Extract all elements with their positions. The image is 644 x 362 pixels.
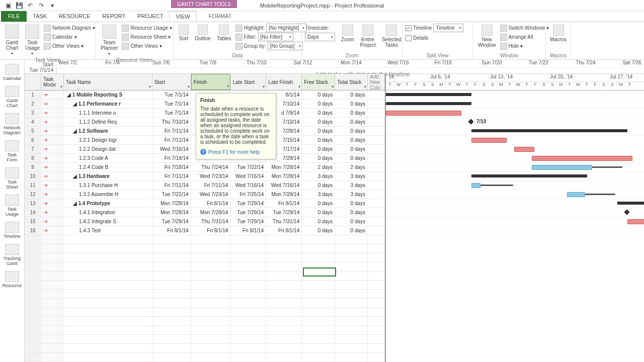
filter-combo[interactable]: [No Filter] — [258, 33, 293, 41]
table-row[interactable]: 10➜◢ 1.3 HardwareFri 7/11/14Wed 7/23/14W… — [25, 172, 385, 181]
gantt-bar[interactable] — [532, 165, 592, 170]
gantt-row[interactable] — [386, 217, 644, 226]
tab-report[interactable]: REPORT — [97, 11, 132, 22]
gantt-milestone[interactable] — [624, 209, 629, 215]
new-window-button[interactable]: New Window — [476, 24, 498, 49]
table-row-empty[interactable] — [25, 244, 385, 253]
sort-button[interactable]: Sort — [177, 24, 191, 42]
gantt-row[interactable] — [386, 163, 644, 172]
gantt-milestone[interactable] — [468, 119, 473, 124]
col-late-start[interactable]: Late Start▾ — [230, 74, 266, 90]
macros-button[interactable]: Macros — [549, 24, 568, 43]
table-row-empty[interactable] — [25, 253, 385, 262]
redo-icon[interactable]: ↷ — [36, 1, 46, 10]
task-usage-button[interactable]: Task Usage▾ — [23, 24, 42, 57]
gantt-chart-button[interactable]: Gantt Chart▾ — [3, 24, 21, 57]
viewbar-item[interactable]: TaskSheet — [0, 165, 24, 192]
viewbar-item[interactable]: TaskUsage — [0, 193, 24, 219]
team-planner-button[interactable]: Team Planner▾ — [99, 24, 120, 57]
table-row-empty[interactable] — [25, 344, 385, 353]
hide-menu[interactable]: Hide ▾ — [500, 42, 549, 50]
col-add-new[interactable]: Add New Colu — [368, 74, 385, 90]
viewbar-item[interactable]: TrackingGantt — [0, 242, 24, 268]
tab-project[interactable]: PROJECT — [131, 11, 169, 22]
selected-tasks-button[interactable]: Selected Tasks — [380, 24, 404, 49]
zoom-button[interactable]: Zoom — [339, 24, 356, 43]
gantt-bar[interactable] — [480, 185, 513, 186]
gantt-row[interactable] — [386, 181, 644, 190]
highlight-combo[interactable]: [No Highlight] — [266, 24, 306, 32]
col-total-slack[interactable]: Total Slack▾ — [335, 74, 368, 90]
resource-sheet-menu[interactable]: Resource Sheet ▾ — [122, 33, 172, 41]
gantt-row[interactable] — [386, 199, 644, 208]
col-free-slack[interactable]: Free Slack▾ — [302, 74, 335, 90]
timeline-type-combo[interactable]: Timeline — [433, 24, 463, 32]
timeline-panel[interactable]: Start Tue 7/1/14 Wed 7/2Fri 7/4Sun 7/6Tu… — [25, 60, 644, 74]
gantt-bar[interactable] — [592, 166, 622, 168]
timeline-check-row[interactable]: ✓TimelineTimeline — [406, 24, 469, 32]
timescale-combo[interactable]: Days — [305, 33, 335, 41]
gantt-row[interactable] — [386, 226, 644, 235]
gantt-row[interactable] — [386, 127, 644, 136]
col-task-mode[interactable]: Task Mode▾ — [41, 74, 64, 90]
gantt-bar[interactable] — [471, 183, 480, 188]
calendar-menu[interactable]: Calendar ▾ — [44, 33, 95, 41]
col-late-finish[interactable]: Late Finish▾ — [266, 74, 302, 90]
table-row[interactable]: 11➜1.3.1 Purchase HFri 7/11/14Fri 7/11/1… — [25, 181, 385, 190]
table-row[interactable]: 15➜1.4.2 Integrate STue 7/29/14Thu 7/31/… — [25, 217, 385, 226]
table-row-empty[interactable] — [25, 281, 385, 290]
gantt-bar[interactable] — [617, 202, 644, 205]
gantt-bar[interactable] — [471, 129, 627, 132]
other-views-menu[interactable]: Other Views ▾ — [44, 42, 95, 50]
viewbar-item[interactable]: Resource — [0, 269, 24, 290]
table-row-empty[interactable] — [25, 317, 385, 326]
gantt-row[interactable] — [386, 190, 644, 199]
table-row-empty[interactable] — [25, 353, 385, 362]
table-row-empty[interactable] — [25, 326, 385, 335]
tab-task[interactable]: TASK — [27, 11, 53, 22]
table-row-empty[interactable] — [25, 299, 385, 308]
row-header-corner[interactable] — [25, 74, 41, 90]
table-row-empty[interactable] — [25, 235, 385, 244]
tab-resource[interactable]: RESOURCE — [53, 11, 96, 22]
table-row[interactable]: 13➜◢ 1.4 PrototypeMon 7/28/14Fri 8/1/14T… — [25, 199, 385, 208]
resource-usage-menu[interactable]: Resource Usage ▾ — [122, 24, 172, 32]
viewbar-item[interactable]: TaskForm — [0, 138, 24, 164]
table-row[interactable]: 12➜1.3.2 Assemble HTue 7/22/14Wed 7/23/1… — [25, 190, 385, 199]
gantt-bar[interactable] — [471, 174, 587, 177]
file-tab[interactable]: FILE — [1, 11, 27, 22]
gantt-bar[interactable] — [627, 219, 644, 224]
gantt-row[interactable] — [386, 90, 644, 100]
viewbar-item[interactable]: GanttChart — [0, 84, 24, 110]
details-check-row[interactable]: Details — [406, 34, 469, 42]
gantt-bar[interactable] — [386, 102, 471, 105]
entire-project-button[interactable]: Entire Project — [358, 24, 378, 49]
gantt-chart[interactable]: '14Jul 6, '14Jul 13, '14Jul 20, '14Jul 2… — [386, 74, 644, 362]
gantt-row[interactable] — [386, 136, 644, 145]
project-icon[interactable]: ▣ — [3, 1, 13, 10]
tab-format[interactable]: FORMAT — [203, 11, 238, 22]
viewbar-item[interactable]: Timeline — [0, 220, 24, 241]
gantt-row[interactable] — [386, 172, 644, 181]
gantt-row[interactable]: 7/10 — [386, 118, 644, 127]
table-row[interactable]: 14➜1.4.1 IntegrationMon 7/28/14Mon 7/28/… — [25, 208, 385, 217]
switch-windows-menu[interactable]: Switch Windows ▾ — [500, 24, 549, 32]
tables-button[interactable]: Tables — [215, 24, 233, 42]
table-row-empty[interactable] — [25, 335, 385, 344]
gantt-bar[interactable] — [532, 156, 632, 161]
network-diagram-menu[interactable]: Network Diagram ▾ — [44, 24, 95, 32]
gantt-bar[interactable] — [514, 147, 534, 152]
viewbar-item[interactable]: NetworkDiagram — [0, 111, 24, 137]
gantt-bar[interactable] — [386, 93, 471, 96]
qat-more-icon[interactable]: ▾ — [47, 1, 57, 10]
outline-button[interactable]: Outline — [193, 24, 213, 42]
table-row-empty[interactable] — [25, 290, 385, 299]
table-row-empty[interactable] — [25, 308, 385, 317]
table-row[interactable]: 9➜1.2.4 Code BFri 7/18/14Thu 7/24/14Tue … — [25, 163, 385, 172]
gantt-bar[interactable] — [585, 194, 615, 195]
gantt-row[interactable] — [386, 208, 644, 217]
resource-other-views-menu[interactable]: Other Views ▾ — [122, 42, 172, 50]
selected-cell[interactable] — [303, 267, 336, 277]
viewbar-item[interactable]: Calendar — [0, 62, 24, 83]
col-finish[interactable]: Finish▾ — [191, 74, 231, 90]
